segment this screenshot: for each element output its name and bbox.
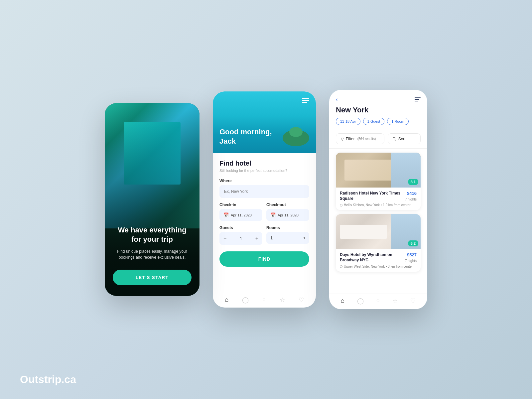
chip-dates[interactable]: 11-18 Apr bbox=[336, 118, 360, 125]
guests-label: Guests bbox=[219, 225, 262, 230]
price-amount-2: $527 bbox=[405, 252, 417, 257]
checkin-date: Apr 11, 2020 bbox=[231, 213, 252, 217]
filter-count: (564 results) bbox=[357, 137, 376, 141]
where-label: Where bbox=[219, 179, 309, 183]
lets-start-button[interactable]: LET'S START bbox=[113, 270, 192, 285]
hotel-loc-text-1: Hell's Kitchen, New York • 1.9 km from c… bbox=[344, 203, 411, 207]
bottom-nav-results: ⌂ ◯ ○ ☆ ♡ bbox=[329, 294, 427, 309]
checkout-date: Apr 11, 2020 bbox=[278, 213, 299, 217]
sort-button[interactable]: ⇅ Sort bbox=[388, 133, 421, 144]
results-list: 8.1 Radisson Hotel New York Times Square… bbox=[329, 149, 427, 294]
hotel-price-1: $416 7 nights bbox=[405, 191, 417, 202]
search-header: Good morning,Jack bbox=[213, 91, 316, 153]
hotel-card-2[interactable]: 6.2 Days Hotel by Wyndham on Broadway NY… bbox=[336, 214, 421, 272]
hotel-info-2: Days Hotel by Wyndham on Broadway NYC $5… bbox=[336, 249, 421, 272]
phone-results: ‹ New York 11-18 Apr 1 Guest 1 Room ▽ bbox=[329, 90, 427, 309]
checkin-label: Check-in bbox=[219, 202, 262, 207]
guests-value: 1 bbox=[230, 236, 252, 241]
guests-field: Guests − 1 + bbox=[219, 225, 262, 245]
checkout-field: Check-out 📅 Apr 11, 2020 bbox=[266, 202, 309, 221]
nav-bell-icon[interactable]: ♡ bbox=[299, 296, 304, 304]
welcome-content: We have everything for your trip Find un… bbox=[105, 217, 200, 296]
price-nights-2: 7 nights bbox=[405, 259, 417, 263]
find-hotel-subtitle: Still looking for the perfect accomodati… bbox=[219, 169, 309, 173]
sort-arrows-icon: ⇅ bbox=[393, 136, 396, 141]
filter-label: Filter bbox=[346, 137, 355, 141]
where-input[interactable] bbox=[219, 185, 309, 198]
results-header: ‹ New York 11-18 Apr 1 Guest 1 Room bbox=[329, 90, 427, 129]
rooms-field: Rooms 1 ▾ bbox=[266, 225, 309, 245]
page: Outstrip.ca We have everything for your … bbox=[105, 90, 427, 309]
nav-bell-icon-r[interactable]: ♡ bbox=[410, 297, 416, 305]
date-row: Check-in 📅 Apr 11, 2020 Check-out 📅 Apr … bbox=[219, 202, 309, 221]
menu-line-1 bbox=[302, 98, 309, 99]
phone-search: Good morning,Jack Find hotel Still looki… bbox=[213, 91, 316, 308]
menu-icon[interactable] bbox=[302, 98, 309, 103]
hotel-card-1[interactable]: 8.1 Radisson Hotel New York Times Square… bbox=[336, 153, 421, 210]
hotel-info-1: Radisson Hotel New York Times Square $41… bbox=[336, 188, 421, 210]
chip-rooms[interactable]: 1 Room bbox=[387, 118, 409, 125]
brand-label: Outstrip.ca bbox=[20, 373, 76, 386]
hotel-name-2: Days Hotel by Wyndham on Broadway NYC bbox=[340, 252, 405, 263]
nav-home-icon-r[interactable]: ⌂ bbox=[341, 297, 344, 305]
menu-line-3 bbox=[302, 102, 307, 103]
nav-person-icon-r[interactable]: ◯ bbox=[357, 297, 364, 305]
price-amount-1: $416 bbox=[405, 191, 417, 196]
nav-location-icon[interactable]: ○ bbox=[262, 296, 266, 304]
hotel-name-1: Radisson Hotel New York Times Square bbox=[340, 191, 405, 201]
hotel-image-2: 6.2 bbox=[336, 214, 421, 249]
guests-stepper: − 1 + bbox=[219, 232, 262, 245]
hotel-loc-text-2: Upper West Side, New York • 3 km from ce… bbox=[344, 265, 413, 268]
hotel-location-1: Hell's Kitchen, New York • 1.9 km from c… bbox=[340, 203, 417, 207]
filter-chips: 11-18 Apr 1 Guest 1 Room bbox=[336, 118, 421, 125]
nav-home-icon[interactable]: ⌂ bbox=[225, 296, 228, 304]
calendar-icon-checkout: 📅 bbox=[270, 212, 276, 217]
greeting-text: Good morning,Jack bbox=[219, 127, 272, 146]
checkin-input[interactable]: 📅 Apr 11, 2020 bbox=[219, 209, 262, 221]
checkout-input[interactable]: 📅 Apr 11, 2020 bbox=[266, 209, 309, 221]
checkout-label: Check-out bbox=[266, 202, 309, 207]
hotel-image-1: 8.1 bbox=[336, 153, 421, 188]
sort-label: Sort bbox=[398, 137, 406, 141]
checkin-field: Check-in 📅 Apr 11, 2020 bbox=[219, 202, 262, 221]
hamburger-menu-icon[interactable] bbox=[415, 97, 421, 101]
nav-person-icon[interactable]: ◯ bbox=[242, 296, 249, 304]
rooms-value: 1 bbox=[270, 235, 273, 240]
filter-sort-row: ▽ Filter (564 results) ⇅ Sort bbox=[329, 129, 427, 149]
nav-star-icon-r[interactable]: ☆ bbox=[392, 297, 398, 305]
nav-location-icon-r[interactable]: ○ bbox=[376, 297, 380, 305]
hotel-price-2: $527 7 nights bbox=[405, 252, 417, 263]
hotel-rating-1: 8.1 bbox=[408, 179, 418, 185]
find-hotel-title: Find hotel bbox=[219, 160, 309, 167]
guests-decrement[interactable]: − bbox=[223, 235, 226, 241]
menu-line-c bbox=[415, 101, 418, 101]
hotel-name-row-1: Radisson Hotel New York Times Square $41… bbox=[340, 191, 417, 202]
bottom-nav-search: ⌂ ◯ ○ ☆ ♡ bbox=[213, 292, 316, 308]
phone-welcome: We have everything for your trip Find un… bbox=[105, 103, 200, 296]
location-pin-icon-1 bbox=[340, 204, 342, 206]
results-topbar: ‹ bbox=[336, 96, 421, 102]
chip-guests[interactable]: 1 Guest bbox=[363, 118, 385, 125]
chevron-down-icon: ▾ bbox=[304, 236, 305, 240]
guests-increment[interactable]: + bbox=[255, 235, 258, 241]
welcome-subtitle: Find unique places easily, manage your b… bbox=[113, 248, 192, 260]
guests-rooms-row: Guests − 1 + Rooms 1 ▾ bbox=[219, 225, 309, 245]
rooms-dropdown[interactable]: 1 ▾ bbox=[266, 232, 309, 244]
location-pin-icon-2 bbox=[340, 265, 342, 268]
rooms-label: Rooms bbox=[266, 225, 309, 230]
menu-line-2 bbox=[302, 100, 309, 101]
find-button[interactable]: FIND bbox=[219, 251, 309, 267]
back-button[interactable]: ‹ bbox=[336, 96, 337, 102]
hotel-room-bg-2 bbox=[336, 214, 421, 249]
phones-container: We have everything for your trip Find un… bbox=[105, 90, 427, 309]
welcome-title: We have everything for your trip bbox=[113, 225, 192, 244]
filter-button[interactable]: ▽ Filter (564 results) bbox=[336, 133, 384, 144]
price-nights-1: 7 nights bbox=[405, 198, 417, 201]
hotel-location-2: Upper West Side, New York • 3 km from ce… bbox=[340, 265, 417, 268]
hotel-room-bg-1 bbox=[336, 153, 421, 188]
nav-star-icon[interactable]: ☆ bbox=[280, 296, 285, 304]
calendar-icon-checkin: 📅 bbox=[223, 212, 229, 217]
filter-icon: ▽ bbox=[341, 137, 344, 141]
header-island bbox=[283, 130, 309, 146]
menu-line-a bbox=[415, 97, 421, 98]
